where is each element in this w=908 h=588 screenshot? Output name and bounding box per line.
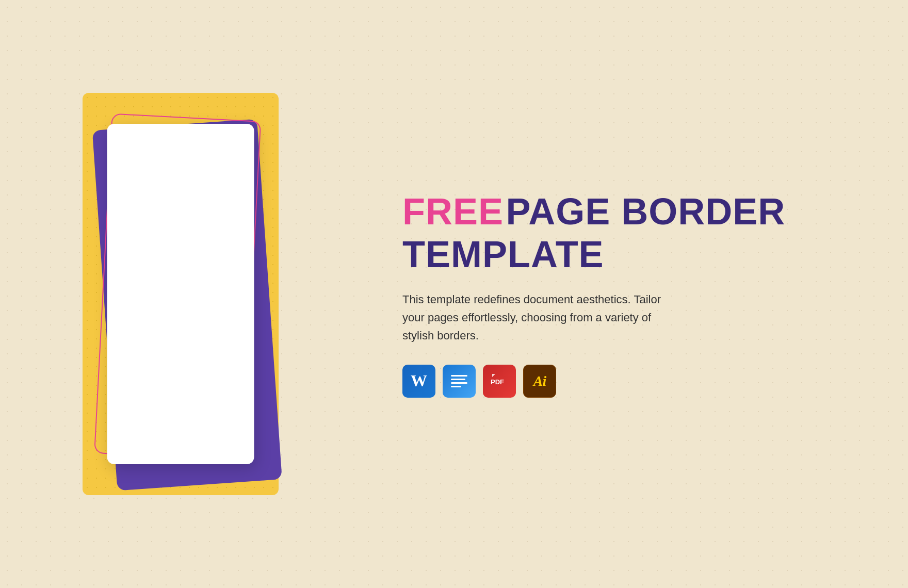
white-document: [107, 124, 254, 464]
left-panel: [0, 0, 361, 588]
description-text: This template redefines document aesthet…: [402, 290, 671, 345]
ai-icon-text: Ai: [533, 373, 546, 389]
docs-line-3: [451, 382, 467, 384]
content-wrapper: FREE PAGE BORDERTEMPLATE This template r…: [0, 0, 908, 588]
adobe-pdf-icon[interactable]: PDF: [483, 365, 516, 398]
document-stack: [83, 93, 279, 495]
right-panel: FREE PAGE BORDERTEMPLATE This template r…: [361, 190, 908, 397]
title-block: FREE PAGE BORDERTEMPLATE: [402, 190, 785, 276]
app-icons-row: W PDF Ai: [402, 365, 867, 398]
adobe-illustrator-icon[interactable]: Ai: [523, 365, 556, 398]
docs-line-1: [451, 375, 467, 377]
docs-line-4: [451, 386, 461, 387]
title-free: FREE: [402, 191, 504, 232]
docs-lines-icon: [447, 371, 472, 391]
google-docs-icon[interactable]: [443, 365, 476, 398]
docs-line-2: [451, 379, 465, 380]
svg-text:PDF: PDF: [491, 378, 504, 386]
title-container: FREE PAGE BORDERTEMPLATE: [402, 190, 867, 276]
microsoft-word-icon[interactable]: W: [402, 365, 435, 398]
pdf-svg-icon: PDF: [488, 370, 511, 393]
word-icon-letter: W: [411, 371, 427, 390]
